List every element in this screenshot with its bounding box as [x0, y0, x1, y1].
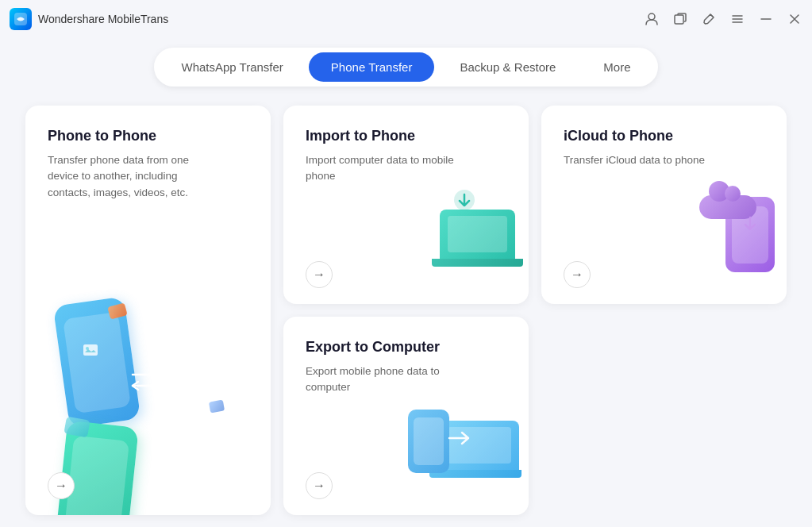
- nav-tab-container: WhatsApp Transfer Phone Transfer Backup …: [154, 48, 657, 87]
- deco-image-icon: [83, 344, 98, 356]
- tab-whatsapp[interactable]: WhatsApp Transfer: [159, 52, 305, 82]
- deco-blue-small: [208, 400, 224, 414]
- tab-more[interactable]: More: [581, 52, 652, 82]
- card-icloud-to-phone[interactable]: iCloud to Phone Transfer iCloud data to …: [541, 106, 787, 304]
- card-export-title: Export to Computer: [306, 339, 506, 356]
- profile-icon[interactable]: [644, 11, 660, 27]
- card-phone-to-phone[interactable]: Phone to Phone Transfer phone data from …: [25, 106, 271, 515]
- phone-to-phone-illustration: [48, 201, 248, 499]
- phone-back-shape: [52, 296, 140, 428]
- card-import-arrow[interactable]: →: [306, 261, 333, 288]
- card-icloud-desc: Transfer iCloud data to phone: [564, 152, 738, 168]
- card-export-arrow[interactable]: →: [306, 472, 333, 499]
- titlebar: Wondershare MobileTrans: [0, 0, 812, 38]
- card-import-title: Import to Phone: [306, 128, 506, 144]
- svg-rect-3: [83, 344, 98, 356]
- card-import-to-phone[interactable]: Import to Phone Import computer data to …: [283, 106, 529, 304]
- menu-icon[interactable]: [729, 11, 745, 27]
- icloud-illustration: [668, 177, 779, 272]
- card-phone-to-phone-title: Phone to Phone: [48, 128, 248, 144]
- export-illustration: [408, 388, 519, 479]
- card-phone-to-phone-desc: Transfer phone data from one device to a…: [48, 152, 222, 201]
- svg-rect-2: [675, 15, 683, 24]
- phone-front-shape: [55, 421, 139, 515]
- card-import-desc: Import computer data to mobile phone: [306, 152, 480, 185]
- tab-backup[interactable]: Backup & Restore: [437, 52, 578, 82]
- edit-icon[interactable]: [701, 11, 717, 27]
- import-illustration: [416, 181, 519, 268]
- main-content: Phone to Phone Transfer phone data from …: [0, 99, 812, 527]
- titlebar-controls: [644, 11, 802, 27]
- minimize-icon[interactable]: [758, 11, 774, 27]
- window-icon[interactable]: [672, 11, 688, 27]
- card-phone-to-phone-arrow[interactable]: →: [48, 472, 75, 499]
- tab-phone[interactable]: Phone Transfer: [309, 52, 435, 82]
- svg-point-1: [648, 13, 655, 20]
- card-export-to-computer[interactable]: Export to Computer Export mobile phone d…: [283, 317, 529, 515]
- app-icon: [10, 8, 32, 30]
- app-title: Wondershare MobileTrans: [38, 13, 168, 25]
- close-icon[interactable]: [787, 11, 802, 27]
- nav-bar: WhatsApp Transfer Phone Transfer Backup …: [0, 38, 812, 99]
- titlebar-left: Wondershare MobileTrans: [10, 8, 168, 30]
- card-icloud-arrow[interactable]: →: [564, 261, 591, 288]
- card-icloud-title: iCloud to Phone: [564, 128, 764, 144]
- phones-arrows: [129, 368, 168, 392]
